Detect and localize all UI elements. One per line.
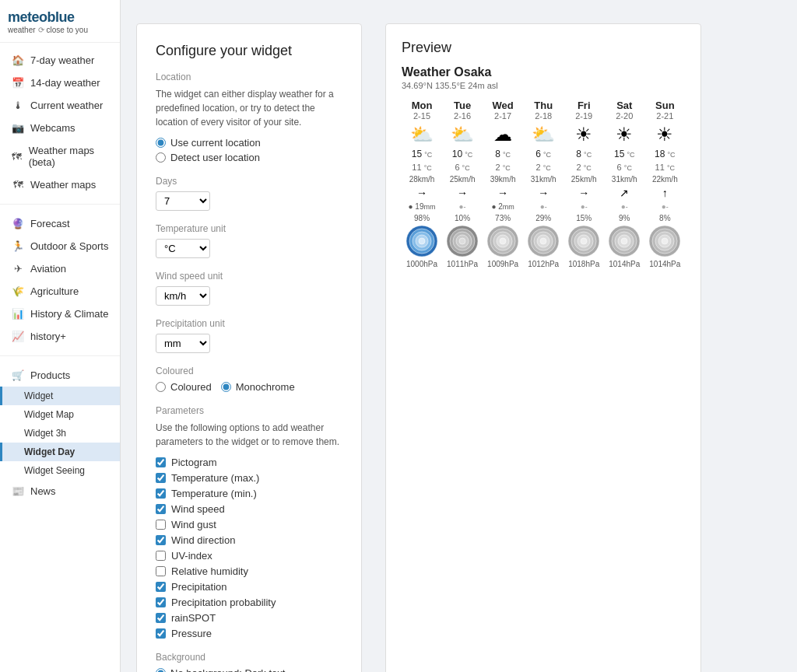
temp-high-wed: 8 °C <box>483 147 523 161</box>
param-wind-direction[interactable]: Wind direction <box>156 534 342 546</box>
sidebar-subitem-widget-seeing[interactable]: Widget Seeing <box>0 461 120 480</box>
param-wind-gust-checkbox[interactable] <box>156 520 166 530</box>
param-uv-index-checkbox[interactable] <box>156 551 166 561</box>
sidebar-subitem-widget-map[interactable]: Widget Map <box>0 405 120 424</box>
wind-dir-fri: → <box>564 185 604 201</box>
sidebar-subitem-widget[interactable]: Widget <box>0 387 120 405</box>
logo-tagline: weather ⟳ close to you <box>8 26 112 34</box>
param-wind-direction-checkbox[interactable] <box>156 535 166 545</box>
bg-radio-dark[interactable] <box>156 668 166 672</box>
prob-sat: 9% <box>604 212 644 224</box>
weather-icon-sat: ☀ <box>604 122 644 147</box>
sidebar-item-weathermaps[interactable]: 🗺 Weather maps <box>0 173 120 196</box>
temp-low-wed: 2 °C <box>483 161 523 173</box>
sidebar-item-14day[interactable]: 📅 14-day weather <box>0 72 120 94</box>
param-temp-min[interactable]: Temperature (min.) <box>156 488 342 499</box>
param-temp-max-checkbox[interactable] <box>156 473 166 483</box>
coloured-option-monochrome[interactable]: Monochrome <box>221 381 295 393</box>
svg-point-9 <box>459 238 465 244</box>
param-rainspot[interactable]: rainSPOT <box>156 612 342 624</box>
sidebar-item-products[interactable]: 🛒 Products <box>0 364 120 387</box>
location-option-use-current[interactable]: Use current location <box>156 137 342 149</box>
temp-low-tue: 6 °C <box>442 161 483 173</box>
location-desc: The widget can either display weather fo… <box>156 87 342 129</box>
sidebar-item-news[interactable]: 📰 News <box>0 480 120 502</box>
location-radio-detect-user[interactable] <box>156 152 166 163</box>
location-option-detect-user[interactable]: Detect user location <box>156 152 342 163</box>
temp-unit-select[interactable]: °C °F <box>156 239 210 258</box>
param-rainspot-checkbox[interactable] <box>156 613 166 623</box>
svg-point-24 <box>581 238 587 244</box>
parameters-desc: Use the following options to add weather… <box>156 421 342 449</box>
param-rainspot-label: rainSPOT <box>171 612 216 624</box>
sidebar-label-widget: Widget <box>24 390 53 401</box>
precip-unit-select[interactable]: mm inch <box>156 334 210 353</box>
svg-point-4 <box>419 238 425 244</box>
sidebar-subitem-widget-day[interactable]: Widget Day <box>0 443 120 461</box>
precip-thu: ●- <box>523 201 564 212</box>
svg-point-14 <box>500 238 506 244</box>
precip-wed: ● 2mm <box>483 201 523 212</box>
day-header-wed: Wed2-17 <box>483 98 523 122</box>
widget-location: Weather Osaka <box>402 65 685 79</box>
temp-low-row: 11 °C6 °C2 °C2 °C2 °C6 °C11 °C <box>402 161 685 173</box>
sidebar-item-forecast[interactable]: 🔮 Forecast <box>0 212 120 235</box>
wind-dir-row: →→→→→↗↑ <box>402 185 685 201</box>
icon-row: ⛅⛅☁⛅☀☀☀ <box>402 122 685 147</box>
location-radio-use-current[interactable] <box>156 138 166 148</box>
sidebar-item-webcams[interactable]: 📷 Webcams <box>0 117 120 139</box>
rainspot-tue <box>442 224 483 258</box>
param-pressure[interactable]: Pressure <box>156 628 342 639</box>
param-uv-index[interactable]: UV-index <box>156 550 342 562</box>
parameters-checkbox-list: Pictogram Temperature (max.) Temperature… <box>156 457 342 639</box>
days-select[interactable]: 7 3 5 14 <box>156 191 210 211</box>
sidebar-label-widget-day: Widget Day <box>24 446 75 457</box>
param-pictogram[interactable]: Pictogram <box>156 457 342 468</box>
param-pictogram-label: Pictogram <box>171 457 217 468</box>
param-precipitation[interactable]: Precipitation <box>156 581 342 593</box>
wind-row: 28km/h25km/h39km/h31km/h25km/h31km/h22km… <box>402 173 685 185</box>
param-wind-speed-checkbox[interactable] <box>156 504 166 514</box>
sidebar-item-7day[interactable]: 🏠 7-day weather <box>0 49 120 72</box>
sidebar-item-outdoor[interactable]: 🏃 Outdoor & Sports <box>0 235 120 257</box>
sidebar-item-agriculture[interactable]: 🌾 Agriculture <box>0 280 120 303</box>
sidebar-item-history[interactable]: 📊 History & Climate <box>0 303 120 325</box>
coloured-radio-monochrome[interactable] <box>221 382 231 392</box>
background-section: Background No background: Dark text No b… <box>156 652 342 672</box>
param-precip-prob[interactable]: Precipitation probability <box>156 597 342 608</box>
param-rel-humidity[interactable]: Relative humidity <box>156 565 342 577</box>
wind-dir-tue: → <box>442 185 483 201</box>
param-wind-gust[interactable]: Wind gust <box>156 519 342 530</box>
param-precipitation-checkbox[interactable] <box>156 582 166 592</box>
history-icon: 📊 <box>12 308 24 320</box>
param-temp-max[interactable]: Temperature (max.) <box>156 472 342 484</box>
sidebar-item-current[interactable]: 🌡 Current weather <box>0 94 120 117</box>
bg-option-dark[interactable]: No background: Dark text <box>156 667 342 672</box>
param-temp-min-checkbox[interactable] <box>156 488 166 499</box>
coloured-label-monochrome: Monochrome <box>236 381 295 393</box>
svg-point-34 <box>662 238 668 244</box>
sidebar-item-aviation[interactable]: ✈ Aviation <box>0 257 120 280</box>
sidebar-subitem-widget-3h[interactable]: Widget 3h <box>0 424 120 443</box>
rainspot-mon <box>402 224 442 258</box>
sidebar-label-agriculture: Agriculture <box>30 285 79 297</box>
coloured-option-coloured[interactable]: Coloured <box>156 381 212 393</box>
location-detect-user-label: Detect user location <box>170 152 260 163</box>
param-precip-prob-checkbox[interactable] <box>156 597 166 607</box>
temp-high-mon: 15 °C <box>402 147 442 161</box>
aviation-icon: ✈ <box>12 263 24 275</box>
sidebar-item-weathermaps-beta[interactable]: 🗺 Weather maps (beta) <box>0 139 120 173</box>
logo: meteoblue weather ⟳ close to you <box>0 0 120 43</box>
param-pressure-checkbox[interactable] <box>156 628 166 639</box>
param-rel-humidity-checkbox[interactable] <box>156 566 166 576</box>
param-pictogram-checkbox[interactable] <box>156 457 166 467</box>
coloured-radio-coloured[interactable] <box>156 382 166 392</box>
sidebar-item-historyplus[interactable]: 📈 history+ <box>0 325 120 348</box>
param-wind-speed[interactable]: Wind speed <box>156 503 342 515</box>
day-header-sun: Sun2-21 <box>644 98 685 122</box>
param-rel-humidity-label: Relative humidity <box>171 565 248 577</box>
location-use-current-label: Use current location <box>170 137 261 149</box>
pressure-wed: 1009hPa <box>483 258 523 270</box>
temp-high-thu: 6 °C <box>523 147 564 161</box>
wind-speed-select[interactable]: km/h m/s mph knots <box>156 286 210 306</box>
